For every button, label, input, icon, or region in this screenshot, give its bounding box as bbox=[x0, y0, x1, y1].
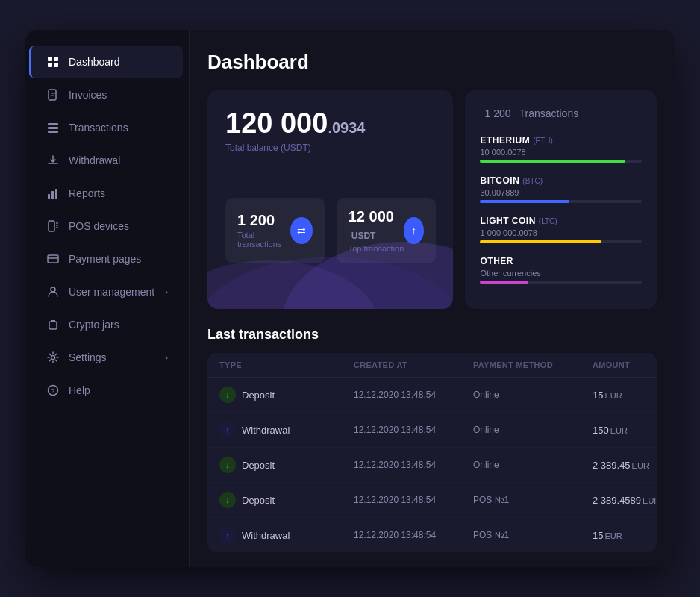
coin-item-1: BITCOIN(BTC)30.007889 bbox=[480, 173, 642, 203]
tx-type-label-0: Deposit bbox=[242, 390, 275, 401]
download-icon bbox=[46, 154, 60, 167]
transactions-summary-card: 1 200 Transactions ETHERIUM(ETH)10 000.0… bbox=[465, 90, 657, 309]
file-icon bbox=[46, 88, 60, 101]
sidebar-label-settings: Settings bbox=[69, 351, 107, 363]
app-window: DashboardInvoicesTransactionsWithdrawalR… bbox=[25, 30, 675, 567]
tx-method-2: Online bbox=[473, 460, 593, 470]
sidebar-item-invoices[interactable]: Invoices bbox=[31, 79, 183, 110]
coin-name-text-2: LIGHT COIN bbox=[480, 216, 535, 226]
coin-amount-1: 30.007889 bbox=[480, 188, 642, 197]
grid-icon bbox=[46, 55, 60, 69]
coin-bar-bg-1 bbox=[480, 200, 642, 203]
coin-amount-2: 1 000 000.0078 bbox=[480, 228, 642, 237]
coin-item-2: LIGHT COIN(LTC)1 000 000.0078 bbox=[480, 213, 642, 243]
balance-label: Total balance (USDT) bbox=[225, 143, 435, 153]
coin-name-3: OTHER bbox=[480, 254, 642, 267]
jar-icon bbox=[46, 318, 60, 331]
sidebar-label-user-management: User management bbox=[69, 286, 154, 298]
tx-date-4: 12.12.2020 13:48:54 bbox=[354, 530, 473, 540]
tx-date-3: 12.12.2020 13:48:54 bbox=[354, 495, 473, 505]
sidebar-item-crypto-jars[interactable]: Crypto jars bbox=[31, 309, 183, 340]
gear-icon bbox=[46, 351, 60, 364]
svg-rect-11 bbox=[51, 191, 54, 199]
sidebar-item-settings[interactable]: Settings› bbox=[31, 342, 183, 373]
coin-item-0: ETHERIUM(ETH)10 000.0078 bbox=[480, 133, 642, 163]
tx-type-4: ↑Withdrawal bbox=[219, 527, 354, 543]
coin-name-text-3: OTHER bbox=[480, 256, 513, 266]
balance-stats: 1 200 Total transactions ⇄ 12 000 USDT T… bbox=[225, 198, 435, 263]
tx-amount-0: 15EUR bbox=[593, 390, 657, 401]
sidebar-item-pos-devices[interactable]: POS devices bbox=[31, 210, 183, 242]
table-row: ↓Deposit12.12.2020 13:48:54Online2 389.4… bbox=[207, 448, 657, 483]
coin-ticker-0: (ETH) bbox=[533, 137, 553, 145]
tx-type-2: ↓Deposit bbox=[219, 457, 354, 473]
chevron-down-icon: › bbox=[165, 353, 168, 362]
stat-top-tx-num: 12 000 USDT bbox=[349, 208, 404, 243]
sidebar-label-pos-devices: POS devices bbox=[69, 220, 129, 232]
coin-amount-3: Other currencies bbox=[480, 269, 642, 278]
sidebar-item-dashboard[interactable]: Dashboard bbox=[29, 46, 183, 78]
coin-ticker-2: (LTC) bbox=[539, 217, 557, 225]
user-icon bbox=[46, 285, 60, 298]
tx-count: 1 200 bbox=[484, 107, 510, 119]
stat-tx-icon-btn[interactable]: ⇄ bbox=[290, 217, 313, 244]
sidebar-item-transactions[interactable]: Transactions bbox=[31, 112, 183, 143]
svg-rect-4 bbox=[49, 90, 56, 100]
sidebar-label-transactions: Transactions bbox=[69, 122, 128, 134]
tx-header-created-at: Created at bbox=[354, 360, 473, 369]
svg-point-19 bbox=[51, 287, 55, 292]
svg-rect-12 bbox=[55, 189, 57, 199]
main-content: Dashboard 120 000.0934 Total balance (US… bbox=[190, 30, 675, 567]
sidebar-item-help[interactable]: ?Help bbox=[31, 375, 183, 406]
stat-top-icon-btn[interactable]: ↑ bbox=[404, 217, 423, 244]
sidebar-item-payment-pages[interactable]: Payment pages bbox=[31, 243, 183, 275]
svg-rect-1 bbox=[54, 57, 58, 61]
tx-table: TypeCreated atPayment methodAmountStatus… bbox=[207, 353, 657, 552]
svg-rect-10 bbox=[48, 194, 50, 199]
balance-decimal: .0934 bbox=[328, 119, 365, 136]
last-tx-title: Last transactions bbox=[207, 327, 657, 343]
tx-method-4: POS №1 bbox=[473, 530, 593, 540]
sidebar-label-crypto-jars: Crypto jars bbox=[69, 319, 119, 331]
svg-text:?: ? bbox=[51, 387, 54, 395]
stat-top-tx-unit: USDT bbox=[351, 231, 376, 241]
stat-top-tx: 12 000 USDT Top transaction ↑ bbox=[337, 198, 436, 263]
coin-amount-0: 10 000.0078 bbox=[480, 148, 642, 157]
tx-rows: ↓Deposit12.12.2020 13:48:54Online15EURCo… bbox=[207, 378, 657, 552]
list-icon bbox=[46, 121, 60, 134]
tx-table-header: TypeCreated atPayment methodAmountStatus bbox=[207, 353, 657, 378]
tx-subtitle: Transactions bbox=[519, 107, 579, 119]
stat-top-tx-info: 12 000 USDT Top transaction bbox=[349, 208, 404, 253]
coin-bar-bg-3 bbox=[480, 281, 642, 284]
device-icon bbox=[46, 219, 60, 233]
tx-type-label-1: Withdrawal bbox=[242, 425, 290, 436]
bar-chart-icon bbox=[46, 187, 60, 200]
sidebar-item-reports[interactable]: Reports bbox=[31, 178, 183, 209]
svg-rect-13 bbox=[49, 221, 54, 231]
tx-type-label-3: Deposit bbox=[242, 495, 275, 506]
tx-header-payment-method: Payment method bbox=[473, 360, 593, 369]
tx-date-1: 12.12.2020 13:48:54 bbox=[354, 425, 473, 435]
table-row: ↑Withdrawal12.12.2020 13:48:54POS №115EU… bbox=[207, 518, 657, 552]
balance-amount: 120 000.0934 bbox=[225, 108, 435, 140]
sidebar-item-user-management[interactable]: User management› bbox=[31, 276, 183, 307]
tx-date-2: 12.12.2020 13:48:54 bbox=[354, 460, 473, 470]
svg-rect-9 bbox=[48, 131, 58, 133]
tx-type-label-4: Withdrawal bbox=[242, 530, 290, 541]
withdrawal-icon: ↑ bbox=[219, 422, 236, 438]
coin-name-text-0: ETHERIUM bbox=[480, 135, 530, 146]
stat-total-tx-label: Total transactions bbox=[237, 231, 290, 249]
sidebar-item-withdrawal[interactable]: Withdrawal bbox=[31, 145, 183, 176]
tx-card-title: 1 200 Transactions bbox=[480, 105, 642, 121]
coin-bar-0 bbox=[480, 160, 625, 163]
tx-amount-1: 150EUR bbox=[593, 425, 657, 436]
sidebar-label-dashboard: Dashboard bbox=[69, 56, 120, 68]
sidebar-label-invoices: Invoices bbox=[69, 89, 107, 101]
svg-rect-7 bbox=[48, 123, 58, 125]
tx-method-0: Online bbox=[473, 390, 593, 400]
tx-header-type: Type bbox=[219, 360, 354, 369]
sidebar-label-payment-pages: Payment pages bbox=[69, 253, 141, 265]
question-icon: ? bbox=[46, 384, 60, 397]
svg-rect-20 bbox=[49, 322, 57, 329]
coin-name-0: ETHERIUM(ETH) bbox=[480, 133, 642, 146]
